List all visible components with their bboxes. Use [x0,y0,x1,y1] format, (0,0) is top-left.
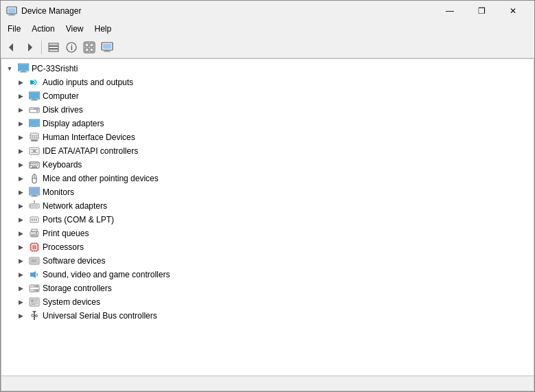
tree-item-ide[interactable]: ▶ IDE ATA/ATAPI controllers [1,144,534,158]
menu-view[interactable]: View [60,21,89,36]
proc-expand[interactable]: ▶ [15,242,26,253]
tree-item-storage[interactable]: ▶ Storage controllers [1,281,534,295]
svg-rect-76 [32,235,36,235]
svg-rect-21 [19,65,28,70]
svg-rect-15 [90,48,93,51]
toolbar: i [1,36,534,58]
computer-expand[interactable]: ▶ [15,91,26,102]
forward-button[interactable] [21,39,38,56]
tree-item-hid[interactable]: ▶ Human Interface Devices [1,130,534,144]
storage-expand[interactable]: ▶ [15,283,26,294]
svg-rect-53 [32,165,34,166]
disk-expand[interactable]: ▶ [15,104,26,115]
tree-item-kbd[interactable]: ▶ [1,158,534,172]
tree-item-audio[interactable]: ▶ Audio inputs and outputs [1,76,534,89]
minimize-button[interactable]: — [434,1,466,21]
svg-rect-110 [31,303,38,303]
port-expand[interactable]: ▶ [15,214,26,225]
kbd-expand[interactable]: ▶ [15,159,26,170]
ide-expand[interactable]: ▶ [15,146,26,157]
sys-label: System devices [43,295,100,309]
svg-rect-49 [32,163,34,165]
menu-file[interactable]: File [2,21,26,36]
sys-expand[interactable]: ▶ [15,297,26,308]
svg-rect-18 [105,50,109,51]
list-view-button[interactable] [45,39,62,56]
mouse-label: Mice and other pointing devices [43,172,159,185]
tree-item-net[interactable]: ▶ Network adapters [1,199,534,213]
root-expand[interactable]: ▼ [4,63,15,74]
port-icon [29,214,40,225]
monitor-button[interactable] [99,39,115,56]
sw-expand[interactable]: ▶ [15,255,26,266]
monitor-label: Monitors [43,185,74,199]
scan-button[interactable] [81,39,98,56]
sound-expand[interactable]: ▶ [15,269,26,280]
svg-rect-42 [31,140,38,141]
sw-label: Software devices [43,254,105,268]
svg-point-68 [34,200,35,202]
svg-rect-54 [34,165,36,166]
tree-item-print[interactable]: ▶ Print queues [1,227,534,240]
svg-rect-22 [21,71,25,72]
tree-item-port[interactable]: ▶ Ports (COM & LPT) [1,213,534,227]
tree-item-usb[interactable]: ▶ Universal Serial Bus controllers [1,309,534,323]
title-bar: Device Manager — ❐ ✕ [1,1,534,21]
tree-item-proc[interactable]: ▶ [1,240,534,254]
maximize-button[interactable]: ❐ [466,1,497,21]
port-label: Ports (COM & LPT) [43,213,114,227]
tree-item-mouse[interactable]: ▶ Mice and other pointing devices [1,172,534,185]
hid-expand[interactable]: ▶ [15,132,26,143]
tree-item-disk[interactable]: ▶ Disk drives [1,103,534,117]
svg-rect-17 [103,44,111,49]
ide-label: IDE ATA/ATAPI controllers [43,144,138,158]
menu-help[interactable]: Help [89,21,117,36]
svg-point-101 [36,286,38,287]
svg-rect-103 [30,286,34,287]
svg-rect-1 [8,8,15,13]
main-window: Device Manager — ❐ ✕ File Action View He… [0,0,535,392]
tree-item-sw[interactable]: ▶ Software devices [1,254,534,268]
print-label: Print queues [43,227,89,240]
svg-rect-111 [31,304,36,305]
svg-rect-14 [85,48,89,51]
tree-view-container[interactable]: ▼ PC-33Srishti ▶ [1,59,534,376]
monitor-expand[interactable]: ▶ [15,187,26,198]
net-expand[interactable]: ▶ [15,200,26,211]
window-title: Device Manager [21,6,434,16]
svg-rect-97 [30,273,33,277]
tree-item-sys[interactable]: ▶ System devices [1,295,534,309]
svg-point-31 [36,111,38,112]
tree-item-computer[interactable]: ▶ Computer [1,89,534,103]
usb-icon [29,310,40,321]
svg-marker-4 [9,43,13,51]
svg-rect-61 [32,195,36,196]
mouse-expand[interactable]: ▶ [15,173,26,184]
back-button[interactable] [3,39,20,56]
sound-label: Sound, video and game controllers [43,268,170,281]
svg-rect-13 [90,43,93,47]
close-button[interactable]: ✕ [497,1,529,21]
menu-action[interactable]: Action [26,21,60,36]
tree-item-monitor[interactable]: ▶ Monitors [1,185,534,199]
svg-rect-94 [30,258,38,264]
svg-rect-51 [36,163,38,165]
svg-rect-56 [32,167,37,168]
svg-rect-34 [30,120,39,126]
storage-label: Storage controllers [43,281,112,295]
usb-expand[interactable]: ▶ [15,310,26,321]
monitor-icon [29,187,40,198]
hid-label: Human Interface Devices [43,130,135,144]
properties-button[interactable]: i [63,39,80,56]
audio-icon [29,77,40,88]
usb-label: Universal Serial Bus controllers [43,309,157,323]
tree-item-sound[interactable]: ▶ Sound, video and game controllers [1,268,534,281]
storage-icon [29,283,40,294]
audio-expand[interactable]: ▶ [15,77,26,88]
display-expand[interactable]: ▶ [15,118,26,129]
tree-item-display[interactable]: ▶ Display adapters [1,117,534,130]
print-expand[interactable]: ▶ [15,228,26,239]
svg-rect-60 [30,188,39,194]
tree-root[interactable]: ▼ PC-33Srishti [1,62,534,76]
svg-rect-44 [31,149,38,150]
